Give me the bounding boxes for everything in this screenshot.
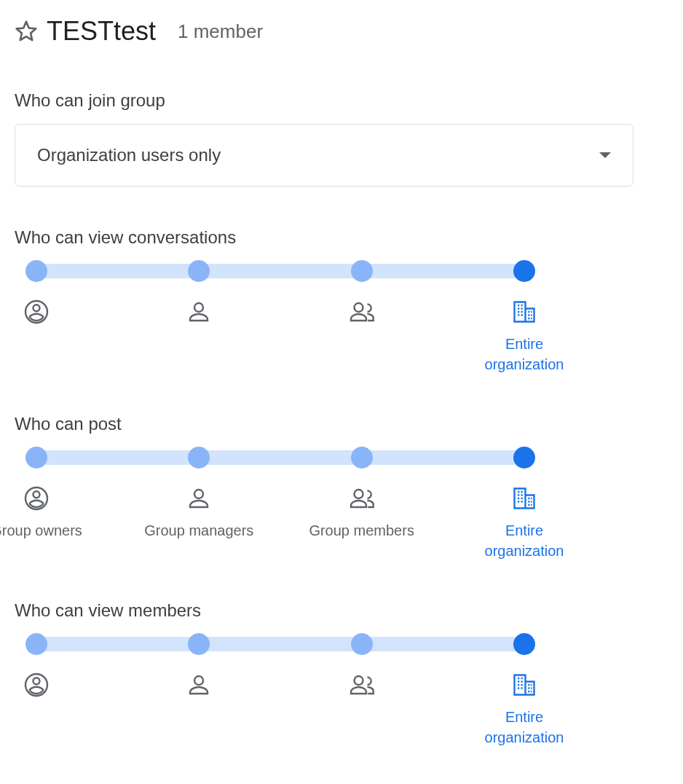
post-label-org[interactable]: Entire organization <box>466 485 583 561</box>
member-count: 1 member <box>178 20 263 43</box>
group-header: TESTtest 1 member <box>15 16 668 47</box>
who-can-join-section: Who can join group Organization users on… <box>15 90 668 187</box>
person-icon <box>186 299 212 325</box>
slider-bar <box>36 637 524 651</box>
people-icon <box>349 672 375 698</box>
view_members-stop-managers[interactable] <box>188 633 210 655</box>
view_conversations-stop-members[interactable] <box>351 260 373 282</box>
person-icon <box>186 485 212 511</box>
view_conversations-label-owners[interactable]: Group owners <box>0 299 95 354</box>
view_members-label-members[interactable]: Group members <box>304 672 420 727</box>
view_members-label-managers[interactable]: Group managers <box>141 672 257 727</box>
person-icon <box>186 672 212 698</box>
post-label-managers-text: Group managers <box>144 520 253 541</box>
view_members-section: Who can view membersGroup ownersGroup ma… <box>15 600 668 752</box>
post-label-org-text: Entire organization <box>466 520 583 561</box>
view_conversations-label-managers[interactable]: Group managers <box>141 299 257 354</box>
post-stop-managers[interactable] <box>188 447 210 469</box>
post-label-owners[interactable]: Group owners <box>0 485 95 541</box>
view_conversations-stop-managers[interactable] <box>188 260 210 282</box>
post-label-owners-text: Group owners <box>0 520 82 541</box>
view_members-stop-owners[interactable] <box>25 633 47 655</box>
post-stop-owners[interactable] <box>25 447 47 469</box>
view_conversations-label-members[interactable]: Group members <box>304 299 420 354</box>
view_conversations-heading: Who can view conversations <box>15 227 668 248</box>
who-can-join-selected-value: Organization users only <box>37 145 221 165</box>
view_conversations-label-org[interactable]: Entire organization <box>466 299 583 375</box>
view_members-label-org-text: Entire organization <box>466 707 583 748</box>
post-heading: Who can post <box>15 414 668 434</box>
account-circle-icon <box>23 485 50 511</box>
post-label-members-text: Group members <box>309 520 414 541</box>
post-labels: Group ownersGroup managersGroup membersE… <box>36 485 524 565</box>
people-icon <box>349 485 375 511</box>
who-can-join-select[interactable]: Organization users only <box>15 124 633 187</box>
people-icon <box>349 299 375 325</box>
view_members-slider[interactable] <box>36 634 524 654</box>
post-stop-members[interactable] <box>351 447 373 469</box>
view_members-labels: Group ownersGroup managersGroup membersE… <box>36 672 524 752</box>
who-can-join-heading: Who can join group <box>15 90 668 111</box>
view_conversations-stop-owners[interactable] <box>25 260 47 282</box>
slider-bar <box>36 264 524 278</box>
post-slider[interactable] <box>36 447 524 468</box>
view_conversations-label-org-text: Entire organization <box>466 334 583 375</box>
view_conversations-labels: Group ownersGroup managersGroup membersE… <box>36 299 524 379</box>
view_members-label-owners[interactable]: Group owners <box>0 672 95 727</box>
view_conversations-slider[interactable] <box>36 261 524 281</box>
view_members-stop-org[interactable] <box>513 633 535 655</box>
post-label-members[interactable]: Group members <box>304 485 420 541</box>
org-building-icon <box>511 485 537 511</box>
post-section: Who can postGroup ownersGroup managersGr… <box>15 414 668 565</box>
view_conversations-section: Who can view conversationsGroup ownersGr… <box>15 227 668 379</box>
org-building-icon <box>511 299 537 325</box>
group-title: TESTtest <box>47 16 156 47</box>
slider-bar <box>36 450 524 465</box>
account-circle-icon <box>23 672 50 698</box>
view_conversations-stop-org[interactable] <box>513 260 535 282</box>
view_members-label-org[interactable]: Entire organization <box>466 672 583 748</box>
post-label-managers[interactable]: Group managers <box>141 485 257 541</box>
star-icon[interactable] <box>15 20 38 43</box>
post-stop-org[interactable] <box>513 447 535 469</box>
org-building-icon <box>511 672 537 698</box>
view_members-stop-members[interactable] <box>351 633 373 655</box>
dropdown-caret-icon <box>599 152 611 158</box>
account-circle-icon <box>23 299 50 325</box>
view_members-heading: Who can view members <box>15 600 668 621</box>
